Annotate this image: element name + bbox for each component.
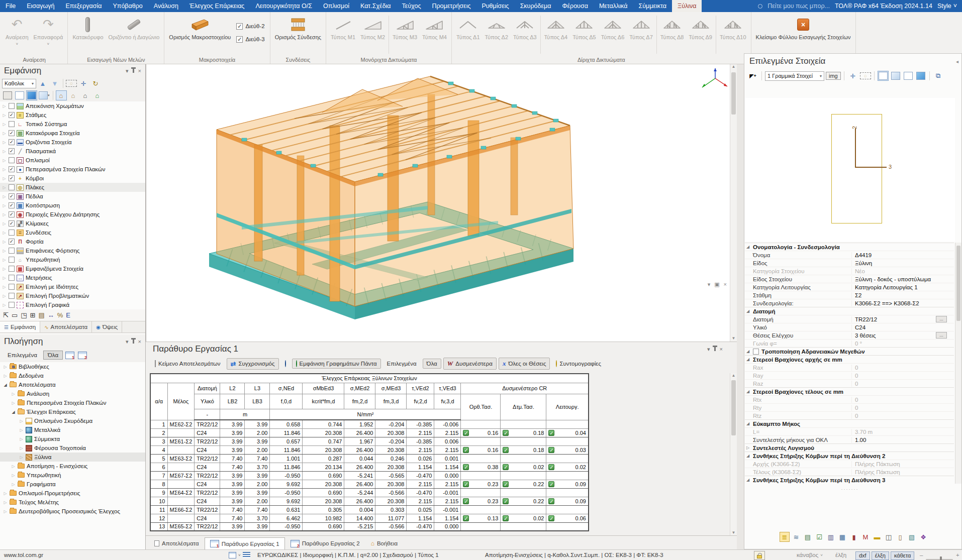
- expander-icon[interactable]: ▷: [3, 374, 8, 378]
- expander-icon[interactable]: ▷: [2, 212, 7, 217]
- left-tab-display[interactable]: ☰Εμφάνιση: [0, 321, 40, 332]
- expander-icon[interactable]: ▷: [2, 104, 7, 108]
- work-toolbar-button[interactable]: Επιλεγμένα: [383, 359, 421, 369]
- zoom-in-button[interactable]: +: [956, 550, 959, 560]
- display-tree-row[interactable]: ▷✓ΠΦορτία: [0, 237, 145, 246]
- display-tree-row[interactable]: ▷◎Πλάκες: [0, 183, 145, 192]
- expander-icon[interactable]: ▷: [2, 294, 7, 298]
- work-toolbar-button[interactable]: WΔυσμενέστερα: [443, 358, 497, 370]
- panel-tool-icon[interactable]: ☑: [814, 532, 824, 542]
- table-row[interactable]: 7ΜΣ67-Σ2TR22/123.993.99-0.9500.690-5.241…: [150, 471, 589, 480]
- expander-icon[interactable]: ▷: [2, 131, 7, 136]
- work-toolbar-button[interactable]: Εμφάνιση Γραφημάτων Πάντα: [292, 359, 381, 369]
- menu-item[interactable]: File: [0, 0, 21, 12]
- property-section[interactable]: ▷Συντελεστές Λυγισμού: [745, 443, 954, 452]
- status-grid-icon[interactable]: ˅: [229, 550, 250, 560]
- panel-tool-icon[interactable]: ❖: [918, 532, 928, 542]
- expander-icon[interactable]: ◢: [746, 389, 749, 394]
- snap-toggle-button[interactable]: έλξη: [872, 551, 889, 560]
- expander-icon[interactable]: ▷: [2, 303, 7, 307]
- tree-checkbox[interactable]: ✓: [9, 139, 15, 145]
- expander-icon[interactable]: ▷: [2, 221, 7, 226]
- status-url[interactable]: www.tol.com.gr: [4, 550, 43, 560]
- left-tab-views[interactable]: ◉Όψεις: [92, 321, 122, 332]
- menu-item[interactable]: Εισαγωγή: [21, 0, 60, 12]
- expander-icon[interactable]: ▷: [19, 446, 24, 451]
- snap-grid-label[interactable]: κάναβος˅: [797, 550, 823, 560]
- table-row[interactable]: 13ΜΣ65-Σ2TR22/123.993.99-0.9500.690-5.21…: [150, 522, 589, 531]
- filter-all-button[interactable]: Όλα: [43, 351, 63, 360]
- view-hidden-icon[interactable]: [903, 71, 914, 81]
- property-row[interactable]: ΥλικόC24: [745, 323, 954, 331]
- property-value[interactable]: TR22/12: [851, 316, 936, 322]
- nav-tree-row[interactable]: ▷Τεύχος Μελέτης: [0, 498, 145, 507]
- expander-icon[interactable]: ▷: [2, 113, 7, 118]
- panel-tool-icon[interactable]: ▮: [849, 532, 859, 542]
- property-value[interactable]: 1.00: [851, 437, 954, 443]
- work-tab[interactable]: Αποτελέσματα: [149, 537, 205, 549]
- display-tree-row[interactable]: ▷Απεικόνιση Χρωμάτων: [0, 101, 145, 110]
- display-tool-icon[interactable]: ⊞: [30, 311, 36, 319]
- display-tree-row[interactable]: ▷↗Επιλογή με Ιδιότητες: [0, 282, 145, 291]
- model-frame-icon[interactable]: ⌂: [56, 90, 67, 100]
- tree-checkbox[interactable]: ✓: [9, 202, 15, 208]
- display-tool-icon[interactable]: ◳: [21, 311, 27, 319]
- expander-icon[interactable]: ◢: [746, 349, 749, 354]
- property-row[interactable]: ΣτάθμηΣ2: [745, 291, 954, 299]
- table-row[interactable]: 4C243.992.0011.84620.30826.40020.3082.11…: [150, 445, 589, 454]
- tree-checkbox[interactable]: [9, 293, 15, 299]
- expander-icon[interactable]: ▷: [2, 194, 7, 199]
- property-row[interactable]: ΌνομαΔ4419: [745, 251, 954, 259]
- display-tree-row[interactable]: ▷✓◉Περιοχές Ελέγχου Διάτρησης: [0, 210, 145, 219]
- expander-icon[interactable]: ◢: [11, 410, 16, 414]
- zoom-slider[interactable]: [926, 554, 953, 560]
- table-row[interactable]: 3ΜΣ61-Σ2TR22/123.993.990.6570.7471.967-0…: [150, 437, 589, 445]
- property-row[interactable]: Κατηγορία ΛειτουργίαςΚατηγορία Λειτουργί…: [745, 283, 954, 291]
- expander-icon[interactable]: ▷: [3, 500, 8, 505]
- expander-icon[interactable]: ▷: [11, 473, 16, 478]
- menu-item[interactable]: Υπόβαθρο: [107, 0, 148, 12]
- tree-checkbox[interactable]: [9, 284, 15, 290]
- window2-icon[interactable]: 2: [77, 350, 88, 360]
- window1-icon[interactable]: 1: [64, 350, 75, 360]
- nav-tree-row[interactable]: ▷Οπλισμοί-Προμετρήσεις: [0, 489, 145, 498]
- expander-icon[interactable]: ▷: [2, 249, 7, 253]
- table-row[interactable]: 9ΜΣ64-Σ2TR22/123.993.99-0.9500.690-5.244…: [150, 488, 589, 497]
- view-cut-icon[interactable]: ▾: [38, 90, 50, 100]
- expander-icon[interactable]: ▷: [2, 140, 7, 145]
- view-shaded-icon[interactable]: [890, 71, 901, 81]
- view-solid-icon[interactable]: [915, 71, 926, 81]
- tree-checkbox[interactable]: [9, 266, 15, 272]
- collapse-arrow-icon[interactable]: ◂: [956, 59, 958, 64]
- tree-checkbox[interactable]: [9, 302, 15, 308]
- expander-icon[interactable]: ◢: [746, 454, 749, 458]
- expander-icon[interactable]: ◢: [746, 309, 749, 313]
- property-row[interactable]: ΔιατομήTR22/12...: [745, 315, 954, 323]
- splitter-handle[interactable]: ·······: [820, 487, 880, 492]
- property-row[interactable]: Συνδεσμολογία:Κ3066-Σ2 ==> Κ3068-Σ2: [745, 299, 954, 307]
- pan-icon[interactable]: ✛: [78, 78, 89, 88]
- expander-icon[interactable]: ▷: [2, 267, 7, 271]
- lock-button[interactable]: [754, 550, 765, 560]
- tree-checkbox[interactable]: ✓: [9, 148, 15, 154]
- display-tool-icon[interactable]: ▭: [12, 311, 18, 319]
- display-tree-row[interactable]: ▷↔Μετρήσεις: [0, 273, 145, 282]
- panel-tool-icon[interactable]: ▦: [837, 532, 847, 542]
- menu-item[interactable]: Ανάλυση: [148, 0, 184, 12]
- nav-tree-row[interactable]: ▷Δεδομένα: [0, 371, 145, 380]
- tree-checkbox[interactable]: [9, 184, 15, 190]
- tree-checkbox[interactable]: ✓: [9, 175, 15, 181]
- zoom-window-icon[interactable]: ◌: [860, 72, 871, 79]
- ellipsis-button[interactable]: ...: [936, 316, 947, 322]
- menu-item[interactable]: Ρυθμίσεις: [476, 0, 514, 12]
- panel-menu-icon[interactable]: ▾: [707, 346, 710, 353]
- tree-checkbox[interactable]: ✓: [9, 220, 15, 227]
- panel-tool-icon[interactable]: ≋: [791, 532, 801, 542]
- property-row[interactable]: Συντελεστής μήκους για ΟΚΛ1.00: [745, 435, 954, 443]
- property-row[interactable]: Θέσεις Ελέγχου3 θέσεις...: [745, 331, 954, 339]
- table-row[interactable]: 6C247.403.7011.84620.13426.40020.3081.15…: [150, 463, 589, 471]
- copy-icon[interactable]: ⧉: [933, 71, 944, 81]
- expander-icon[interactable]: ▷: [19, 419, 24, 423]
- menu-item[interactable]: Έλεγχος Επάρκειας: [184, 0, 250, 12]
- expander-icon[interactable]: ▷: [2, 203, 7, 208]
